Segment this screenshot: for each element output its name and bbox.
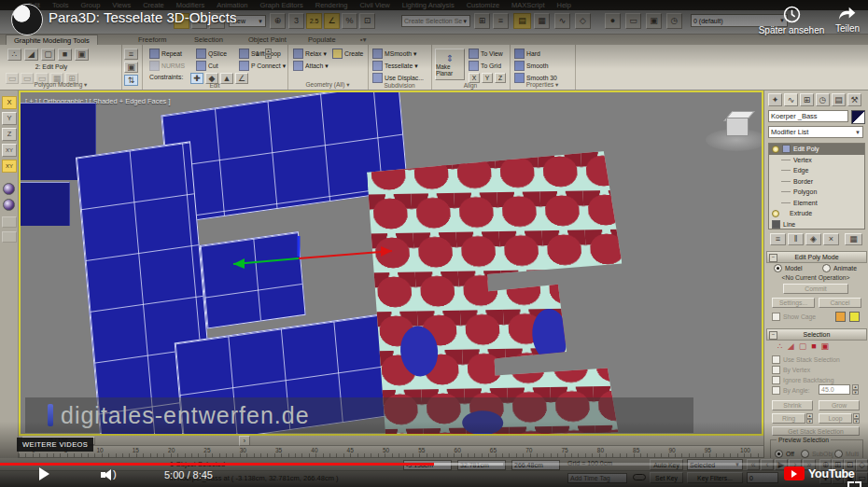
radio-icon[interactable] [775, 450, 783, 458]
menu-item[interactable]: Help [557, 1, 571, 9]
fullscreen-button[interactable] [847, 481, 861, 487]
tab-selection[interactable]: Selection [187, 35, 231, 45]
transform-gizmo[interactable] [217, 227, 413, 283]
spinner-snap-icon[interactable]: ⊡ [359, 13, 375, 29]
stack-row-vertex[interactable]: Vertex [769, 155, 864, 166]
edge-mode-icon[interactable]: ◢ [24, 49, 38, 61]
repeat-button[interactable]: Repeat [149, 49, 182, 59]
to-grid-button[interactable]: To Grid [469, 61, 501, 71]
show-cage-checkbox[interactable]: Show Cage [772, 313, 816, 321]
swift-loop-button[interactable]: Swift Loop [239, 49, 281, 59]
axis-y-button[interactable]: Y [2, 112, 17, 125]
properties-footer[interactable]: Properties ▾ [510, 81, 575, 89]
menu-item[interactable]: Modifiers [176, 1, 204, 9]
pin-stack-button[interactable]: ≡ [770, 233, 786, 245]
settings-button[interactable]: Settings... [772, 298, 815, 308]
loop-spinner[interactable]: ▲▼ [853, 413, 860, 424]
p-connect-button[interactable]: P Connect ▾ [239, 61, 286, 71]
extra-tool-icon-2[interactable] [2, 231, 17, 243]
pin-stack-icon[interactable]: ≡ [124, 49, 138, 60]
nurms-button[interactable]: NURMS [149, 61, 185, 71]
cage-color-swatch[interactable] [835, 312, 846, 322]
tab-populate[interactable]: Populate [301, 35, 343, 45]
model-radio[interactable]: Model [774, 264, 803, 272]
loop-button[interactable]: Loop [819, 413, 852, 424]
toggle-command-panel-icon[interactable]: ⇅ [124, 75, 138, 86]
configure-modifier-sets-button[interactable]: ▦ [845, 233, 862, 245]
channel-avatar[interactable] [11, 4, 43, 35]
volume-button[interactable]: ) [101, 468, 119, 481]
edit-spinner[interactable]: ▲▼ [265, 49, 272, 59]
layer-manager-icon[interactable]: ▤ [513, 13, 531, 29]
menu-item[interactable]: Animation [217, 1, 247, 9]
object-color-swatch[interactable] [851, 110, 865, 124]
radio-icon[interactable] [834, 450, 843, 458]
viewport[interactable]: [ + ] [ Orthographic ] [ Shaded + Edged … [19, 90, 763, 436]
menu-item[interactable]: Graph Editors [260, 1, 303, 9]
align-icon[interactable]: ≡ [493, 13, 509, 29]
checkbox-icon[interactable] [772, 355, 780, 364]
by-vertex-checkbox[interactable]: By Vertex [772, 366, 810, 374]
sphere-tool-icon-2[interactable] [3, 199, 15, 211]
set-key-button[interactable]: Set Key [650, 472, 683, 483]
edit-footer[interactable]: Edit [142, 82, 287, 89]
display-tab-icon[interactable]: ▤ [832, 93, 846, 106]
schematic-view-icon[interactable]: ◇ [575, 13, 591, 29]
tessellate-button[interactable]: Tessellate ▾ [372, 61, 418, 71]
named-selection-set-dropdown[interactable]: Create Selection Se▼ [401, 15, 470, 27]
polygon-subobject-icon[interactable]: ■ [811, 341, 816, 351]
checkbox-icon[interactable] [772, 386, 780, 395]
snap-toggle-icon[interactable]: 3 [288, 13, 304, 29]
get-stack-selection-button[interactable]: Get Stack Selection [772, 426, 860, 436]
modifier-list-dropdown[interactable]: Modifier List▼ [768, 126, 863, 138]
collapse-rollout-icon[interactable]: − [769, 254, 777, 262]
geometry-footer[interactable]: Geometry (All) ▾ [287, 81, 368, 89]
border-mode-icon[interactable]: ▢ [41, 49, 55, 61]
grow-button[interactable]: Grow [819, 400, 860, 410]
create-button[interactable]: Create [332, 49, 363, 59]
preview-multi-radio[interactable]: Multi [834, 450, 859, 458]
checkbox-icon[interactable] [772, 376, 780, 384]
radio-icon[interactable] [774, 264, 782, 272]
ring-button[interactable]: Ring [772, 413, 805, 424]
smooth-button[interactable]: Smooth [514, 61, 548, 71]
relax-button[interactable]: Relax ▾ [293, 49, 327, 59]
ribbon-overflow-icon[interactable]: ▪▾ [353, 35, 373, 45]
stack-row-edge[interactable]: Edge [769, 165, 864, 176]
sphere-tool-icon[interactable] [3, 183, 15, 195]
stack-row-element[interactable]: Element [769, 198, 864, 209]
material-editor-icon[interactable]: ● [605, 13, 621, 29]
element-subobject-icon[interactable]: ▣ [821, 341, 830, 351]
axis-z-button[interactable]: Z [2, 128, 17, 141]
add-time-tag[interactable]: Add Time Tag [567, 473, 627, 483]
border-subobject-icon[interactable]: ▢ [799, 341, 807, 351]
by-angle-checkbox[interactable]: By Angle: [772, 386, 810, 395]
next-frame-arrow-button[interactable]: › [239, 436, 250, 446]
key-filters-button[interactable]: Key Filters... [687, 472, 743, 483]
edge-subobject-icon[interactable]: ◢ [788, 341, 794, 351]
menu-item[interactable]: Create [143, 1, 164, 9]
vertex-mode-icon[interactable]: ∴ [7, 49, 21, 61]
cut-button[interactable]: Cut [196, 61, 218, 71]
collapse-rollout-icon[interactable]: − [769, 331, 777, 340]
qslice-button[interactable]: QSlice [196, 49, 227, 59]
show-end-result-button[interactable]: ‖ [788, 233, 804, 245]
stack-row-extrude[interactable]: Extrude [769, 208, 864, 219]
progress-bar[interactable] [0, 463, 868, 466]
lock-selection-icon[interactable]: ▣ [124, 62, 138, 73]
stack-row-edit-poly[interactable]: Edit Poly [769, 144, 864, 155]
polygon-modeling-footer[interactable]: Polygon Modeling ▾ [0, 81, 121, 89]
polygon-mode-icon[interactable]: ■ [58, 49, 72, 61]
rollout-selection[interactable]: −Selection [766, 328, 867, 341]
use-pivot-center-icon[interactable]: ⊕ [270, 13, 286, 29]
more-videos-tag[interactable]: WEITERE VIDEOS [17, 438, 93, 452]
animate-radio[interactable]: Animate [822, 264, 857, 272]
remove-modifier-button[interactable]: × [823, 233, 839, 245]
by-angle-field[interactable]: 45.0 [819, 384, 850, 395]
play-button[interactable] [39, 467, 49, 480]
use-stack-selection-checkbox[interactable]: Use Stack Selection [772, 355, 840, 364]
menu-item[interactable]: Customize [467, 1, 499, 9]
tab-freeform[interactable]: Freeform [131, 35, 174, 45]
axis-xy-lock-button[interactable]: XY [2, 160, 17, 173]
hard-button[interactable]: Hard [514, 49, 540, 59]
